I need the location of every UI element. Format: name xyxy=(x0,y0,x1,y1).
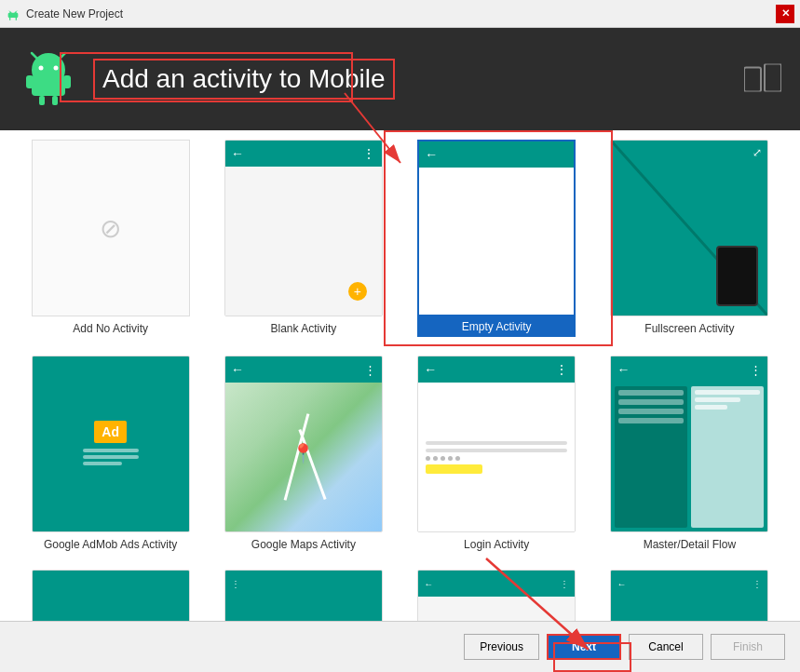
partial-menu-dots-3: ⋮ xyxy=(560,579,569,589)
admob-activity-label: Google AdMob Ads Activity xyxy=(44,538,177,551)
partial-thumb-1 xyxy=(32,570,190,621)
activity-item-login[interactable]: ← ⋮ xyxy=(405,356,589,551)
partial-back-arrow-3: ← xyxy=(424,579,433,589)
svg-line-5 xyxy=(9,10,11,12)
header: Add an activity to Mobile xyxy=(0,28,800,130)
svg-rect-12 xyxy=(32,75,65,96)
svg-rect-2 xyxy=(8,12,19,17)
android-title-icon xyxy=(6,7,20,21)
header-device-icon xyxy=(744,64,781,95)
master-detail-label: Master/Detail Flow xyxy=(644,538,736,551)
empty-back-arrow: ← xyxy=(425,147,438,162)
partial-thumb-3: ← ⋮ xyxy=(417,570,576,621)
empty-activity-thumb: ← xyxy=(417,140,576,316)
no-activity-thumb: ⊘ xyxy=(32,140,190,316)
svg-line-10 xyxy=(32,53,37,59)
android-logo xyxy=(19,49,78,109)
maps-activity-label: Google Maps Activity xyxy=(251,538,356,551)
activity-item-blank[interactable]: ← ⋮ + Blank Activity xyxy=(211,140,395,337)
ad-badge: Ad xyxy=(94,421,127,443)
maps-activity-thumb: ← ⋮ 📍 xyxy=(224,356,383,532)
empty-activity-label: Empty Activity xyxy=(417,316,576,337)
login-activity-label: Login Activity xyxy=(464,538,529,551)
title-bar-text: Create New Project xyxy=(26,7,776,20)
login-activity-thumb: ← ⋮ xyxy=(417,356,576,532)
svg-rect-18 xyxy=(765,64,781,92)
login-field-2 xyxy=(426,449,567,452)
activity-item-maps[interactable]: ← ⋮ 📍 Google Maps Activity xyxy=(211,356,395,551)
previous-button[interactable]: Previous xyxy=(464,634,539,660)
activity-item-partial-2[interactable]: ⋮ xyxy=(211,570,395,621)
partial-menu-dots-4: ⋮ xyxy=(753,579,762,589)
activity-item-master-detail[interactable]: ← ⋮ xyxy=(598,356,781,551)
partial-thumb-2: ⋮ xyxy=(224,570,383,621)
activity-item-admob[interactable]: Ad Google AdMob Ads Activity xyxy=(19,356,202,551)
finish-button[interactable]: Finish xyxy=(711,634,785,660)
svg-rect-13 xyxy=(26,75,34,88)
fullscreen-activity-label: Fullscreen Activity xyxy=(644,322,734,335)
activity-item-no-activity[interactable]: ⊘ Add No Activity xyxy=(19,140,202,337)
activity-grid: ⊘ Add No Activity ← ⋮ + Blank Activity xyxy=(0,130,800,621)
no-activity-label: Add No Activity xyxy=(73,322,148,335)
login-menu-dots: ⋮ xyxy=(555,362,569,377)
fullscreen-activity-thumb: ⤢ xyxy=(610,140,768,316)
maps-menu-dots: ⋮ xyxy=(364,363,376,377)
svg-rect-17 xyxy=(744,68,761,92)
login-back-arrow: ← xyxy=(424,362,437,377)
svg-point-8 xyxy=(39,66,44,71)
maps-back-arrow: ← xyxy=(231,362,244,377)
map-pin-icon: 📍 xyxy=(292,442,315,464)
master-menu-dots: ⋮ xyxy=(750,363,762,377)
master-detail-panel xyxy=(691,386,764,528)
ad-lines xyxy=(83,449,139,468)
svg-line-11 xyxy=(60,53,65,59)
close-button[interactable]: ✕ xyxy=(776,5,794,23)
login-sign-in-btn xyxy=(426,464,482,474)
master-back-arrow: ← xyxy=(617,362,630,377)
blank-fab: + xyxy=(348,282,367,301)
next-button[interactable]: Next xyxy=(547,634,621,660)
master-detail-thumb: ← ⋮ xyxy=(610,356,768,532)
activity-item-empty[interactable]: ← Empty Activity xyxy=(405,140,589,337)
blank-activity-label: Blank Activity xyxy=(271,322,337,335)
login-field-1 xyxy=(426,441,567,445)
blank-back-arrow: ← xyxy=(231,146,244,161)
svg-line-6 xyxy=(15,10,17,12)
title-bar: Create New Project ✕ xyxy=(0,0,800,28)
master-list xyxy=(615,386,687,528)
svg-rect-14 xyxy=(63,75,71,88)
partial-menu-dots-2: ⋮ xyxy=(231,579,240,589)
activity-item-partial-3[interactable]: ← ⋮ xyxy=(405,570,589,621)
svg-point-9 xyxy=(54,66,59,71)
window-wrapper: Create New Project ✕ Add an activity to … xyxy=(0,0,800,672)
partial-thumb-4: ← ⋮ xyxy=(610,570,768,621)
blank-menu-dots: ⋮ xyxy=(362,146,376,161)
blank-activity-thumb: ← ⋮ + xyxy=(224,140,383,316)
admob-activity-thumb: Ad xyxy=(32,356,190,532)
footer: Previous Next Cancel Finish xyxy=(0,621,800,672)
header-title: Add an activity to Mobile xyxy=(93,59,395,100)
login-password-dots xyxy=(426,456,567,461)
svg-rect-16 xyxy=(52,96,58,105)
cancel-button[interactable]: Cancel xyxy=(629,634,703,660)
svg-rect-15 xyxy=(39,96,45,105)
partial-back-arrow-4: ← xyxy=(617,579,626,589)
fullscreen-phone-icon xyxy=(716,246,758,306)
activity-item-partial-4[interactable]: ← ⋮ xyxy=(598,570,781,621)
activity-item-partial-1[interactable] xyxy=(19,570,202,621)
activity-item-fullscreen[interactable]: ⤢ Fullscreen Activity xyxy=(598,140,781,337)
map-road-2 xyxy=(299,429,327,500)
